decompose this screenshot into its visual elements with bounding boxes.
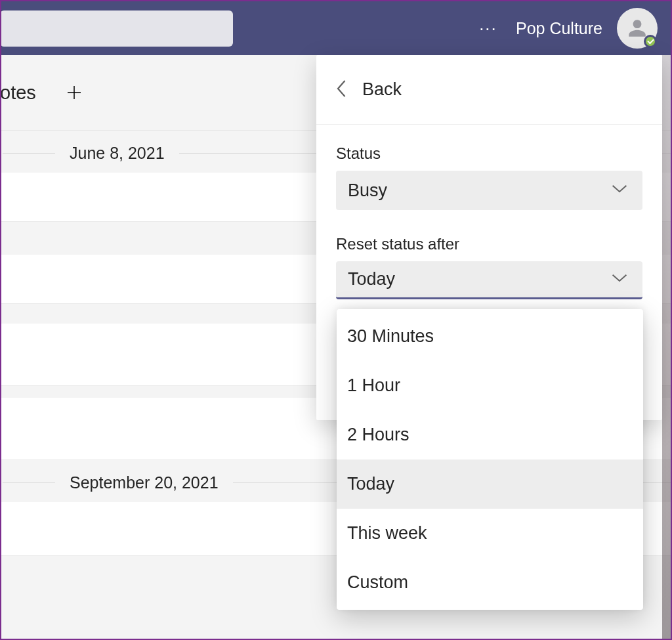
status-select-value: Busy (348, 181, 387, 201)
title-bar: ··· Pop Culture (1, 1, 671, 55)
reset-dropdown-list: 30 Minutes 1 Hour 2 Hours Today This wee… (337, 309, 643, 610)
content-area: otes June 8, 2021 September 20, 2021 Bac… (1, 55, 671, 639)
chevron-down-icon (611, 273, 628, 286)
reset-field-label: Reset status after (336, 235, 642, 253)
plus-icon (64, 83, 84, 102)
reset-option-custom[interactable]: Custom (337, 558, 643, 607)
reset-select[interactable]: Today (336, 261, 642, 299)
search-input[interactable] (0, 11, 233, 47)
profile-button[interactable] (617, 8, 658, 49)
reset-select-value: Today (348, 269, 395, 289)
date-label: September 20, 2021 (55, 473, 233, 492)
more-actions-button[interactable]: ··· (474, 14, 503, 43)
status-field-label: Status (336, 144, 642, 163)
tab-notes[interactable]: otes (0, 82, 36, 104)
chevron-left-icon (336, 79, 348, 101)
reset-option-today[interactable]: Today (337, 459, 643, 509)
ellipsis-icon: ··· (479, 18, 497, 39)
add-tab-button[interactable] (60, 78, 89, 107)
background-image-edge (662, 55, 671, 639)
back-label: Back (362, 79, 402, 100)
back-button[interactable]: Back (336, 79, 402, 101)
presence-available-icon (644, 35, 657, 48)
status-panel: Back Status Busy Reset status after Toda… (316, 55, 662, 420)
tenant-label[interactable]: Pop Culture (516, 19, 602, 38)
date-label: June 8, 2021 (55, 144, 179, 163)
reset-option-this-week[interactable]: This week (337, 509, 643, 558)
reset-option-1-hour[interactable]: 1 Hour (337, 361, 643, 410)
chevron-down-icon (611, 184, 628, 197)
status-select[interactable]: Busy (336, 171, 642, 210)
reset-option-2-hours[interactable]: 2 Hours (337, 410, 643, 459)
reset-option-30-minutes[interactable]: 30 Minutes (337, 312, 643, 361)
